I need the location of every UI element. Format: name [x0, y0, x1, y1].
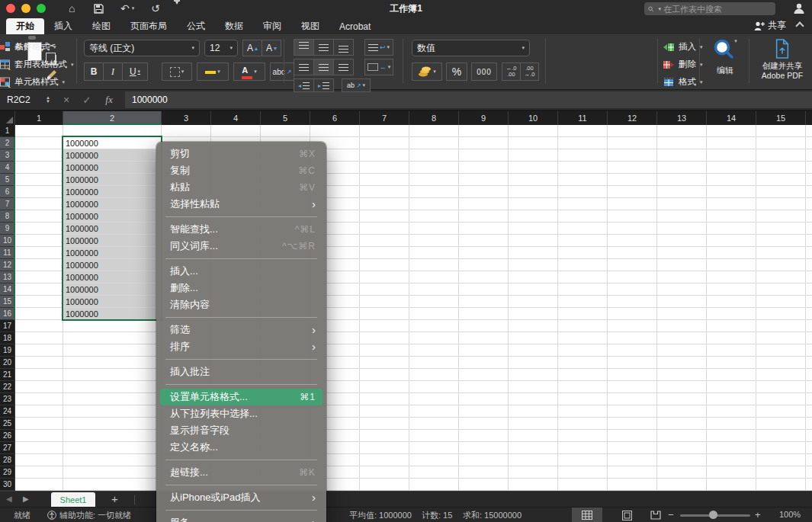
- cell-r21c12[interactable]: [608, 369, 657, 381]
- cell-r18c13[interactable]: [657, 332, 707, 344]
- cell-r15c2[interactable]: 1000000: [63, 296, 162, 308]
- cell-r13c7[interactable]: [360, 271, 409, 283]
- row-header-9[interactable]: 9: [0, 223, 15, 235]
- shrink-font-button[interactable]: A▾: [262, 40, 281, 56]
- cell-r29c9[interactable]: [459, 466, 509, 479]
- cell-r7c14[interactable]: [707, 198, 756, 210]
- cell-r25c14[interactable]: [707, 418, 756, 430]
- tab-数据[interactable]: 数据: [215, 18, 253, 34]
- cell-r9c15[interactable]: [756, 223, 806, 235]
- bold-button[interactable]: B: [84, 62, 104, 81]
- cell-r23c14[interactable]: [707, 393, 756, 405]
- cell-r15c14[interactable]: [707, 296, 756, 308]
- cell-r9c14[interactable]: [707, 223, 756, 235]
- cell-r10c14[interactable]: [707, 235, 756, 247]
- cell-r29c1[interactable]: [15, 466, 63, 479]
- cell-r12c13[interactable]: [657, 259, 707, 271]
- col-header-12[interactable]: 12: [608, 111, 657, 125]
- cell-r17c10[interactable]: [509, 320, 558, 332]
- cell-r6c7[interactable]: [360, 186, 409, 198]
- col-header-1[interactable]: 1: [15, 111, 63, 125]
- cell-r28c7[interactable]: [360, 454, 409, 466]
- row-header-23[interactable]: 23: [0, 393, 15, 405]
- col-header-15[interactable]: 15: [756, 111, 806, 125]
- cell-r4c7[interactable]: [360, 162, 409, 174]
- cell-r1c3[interactable]: [162, 125, 211, 137]
- cell-r4c13[interactable]: [657, 162, 707, 174]
- comma-style-button[interactable]: 000: [471, 62, 497, 81]
- cell-r11c7[interactable]: [360, 247, 409, 259]
- row-header-15[interactable]: 15: [0, 296, 15, 308]
- cell-r24c15[interactable]: [756, 405, 806, 418]
- cell-r27c2[interactable]: [63, 442, 162, 454]
- cell-r4c10[interactable]: [509, 162, 558, 174]
- cell-r26c10[interactable]: [509, 430, 558, 442]
- cell-r26c12[interactable]: [608, 430, 657, 442]
- cell-r14c7[interactable]: [360, 283, 409, 296]
- cell-r20c9[interactable]: [459, 357, 509, 369]
- cell-r24c2[interactable]: [63, 405, 162, 418]
- cell-r18c12[interactable]: [608, 332, 657, 344]
- cell-r26c7[interactable]: [360, 430, 409, 442]
- cell-r22c10[interactable]: [509, 381, 558, 393]
- cell-r12c10[interactable]: [509, 259, 558, 271]
- cell-r9c12[interactable]: [608, 223, 657, 235]
- cell-r21c7[interactable]: [360, 369, 409, 381]
- cell-r27c1[interactable]: [15, 442, 63, 454]
- menu-item-22[interactable]: 超链接...⌘K: [156, 464, 326, 481]
- cell-r11c15[interactable]: [756, 247, 806, 259]
- cell-r3c7[interactable]: [360, 149, 409, 162]
- cell-r18c1[interactable]: [15, 332, 63, 344]
- cell-r14c10[interactable]: [509, 283, 558, 296]
- cell-r15c15[interactable]: [756, 296, 806, 308]
- cell-r25c15[interactable]: [756, 418, 806, 430]
- cell-r3c8[interactable]: [409, 149, 459, 162]
- cell-r25c7[interactable]: [360, 418, 409, 430]
- cell-r30c11[interactable]: [558, 479, 608, 491]
- cell-r6c14[interactable]: [707, 186, 756, 198]
- tab-绘图[interactable]: 绘图: [82, 18, 120, 34]
- cell-r20c13[interactable]: [657, 357, 707, 369]
- cell-r5c12[interactable]: [608, 174, 657, 186]
- cell-r10c1[interactable]: [15, 235, 63, 247]
- cell-r16c11[interactable]: [558, 308, 608, 320]
- cell-r22c13[interactable]: [657, 381, 707, 393]
- format-cells-button[interactable]: 格式▾: [663, 76, 703, 88]
- cell-r16c1[interactable]: [15, 308, 63, 320]
- cell-r15c9[interactable]: [459, 296, 509, 308]
- cell-r22c7[interactable]: [360, 381, 409, 393]
- cell-r15c13[interactable]: [657, 296, 707, 308]
- cell-r18c11[interactable]: [558, 332, 608, 344]
- cell-r18c2[interactable]: [63, 332, 162, 344]
- accounting-format-button[interactable]: ▾: [412, 62, 442, 81]
- cell-r14c8[interactable]: [409, 283, 459, 296]
- cell-r7c1[interactable]: [15, 198, 63, 210]
- cell-r13c1[interactable]: [15, 271, 63, 283]
- cell-r22c2[interactable]: [63, 381, 162, 393]
- row-header-13[interactable]: 13: [0, 271, 15, 283]
- cell-r30c15[interactable]: [756, 479, 806, 491]
- cell-r13c2[interactable]: 1000000: [63, 271, 162, 283]
- cell-r21c10[interactable]: [509, 369, 558, 381]
- cell-r14c2[interactable]: 1000000: [63, 283, 162, 296]
- cell-r29c2[interactable]: [63, 466, 162, 479]
- delete-cells-button[interactable]: 删除▾: [663, 59, 703, 70]
- cell-r30c7[interactable]: [360, 479, 409, 491]
- menu-item-17[interactable]: 设置单元格格式...⌘1: [160, 389, 323, 405]
- cell-r13c10[interactable]: [509, 271, 558, 283]
- row-header-24[interactable]: 24: [0, 405, 15, 418]
- cell-r25c2[interactable]: [63, 418, 162, 430]
- cell-r25c8[interactable]: [409, 418, 459, 430]
- menu-item-26[interactable]: 服务›: [156, 514, 326, 522]
- cell-r23c10[interactable]: [509, 393, 558, 405]
- cell-r21c14[interactable]: [707, 369, 756, 381]
- cell-r1c8[interactable]: [409, 125, 459, 137]
- row-header-14[interactable]: 14: [0, 283, 15, 296]
- cell-r28c14[interactable]: [707, 454, 756, 466]
- cell-r5c15[interactable]: [756, 174, 806, 186]
- row-header-29[interactable]: 29: [0, 466, 15, 479]
- cell-r8c8[interactable]: [409, 210, 459, 223]
- cell-r9c7[interactable]: [360, 223, 409, 235]
- cell-r17c9[interactable]: [459, 320, 509, 332]
- cell-r20c2[interactable]: [63, 357, 162, 369]
